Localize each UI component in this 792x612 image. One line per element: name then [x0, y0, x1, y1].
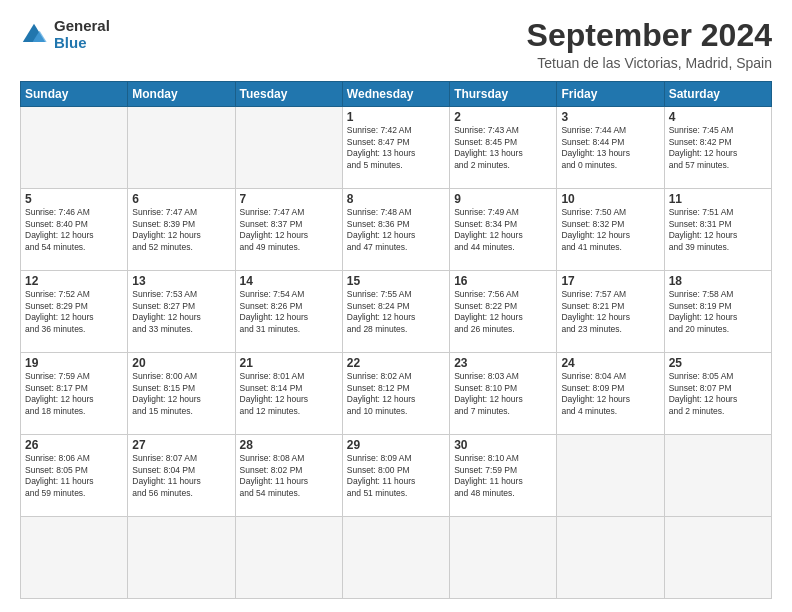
day-info: Sunrise: 7:55 AM Sunset: 8:24 PM Dayligh…	[347, 289, 445, 335]
table-row: 27Sunrise: 8:07 AM Sunset: 8:04 PM Dayli…	[128, 435, 235, 517]
day-info: Sunrise: 8:09 AM Sunset: 8:00 PM Dayligh…	[347, 453, 445, 499]
table-row: 5Sunrise: 7:46 AM Sunset: 8:40 PM Daylig…	[21, 189, 128, 271]
day-info: Sunrise: 7:45 AM Sunset: 8:42 PM Dayligh…	[669, 125, 767, 171]
day-number: 14	[240, 274, 338, 288]
day-info: Sunrise: 7:53 AM Sunset: 8:27 PM Dayligh…	[132, 289, 230, 335]
day-info: Sunrise: 7:44 AM Sunset: 8:44 PM Dayligh…	[561, 125, 659, 171]
day-info: Sunrise: 8:06 AM Sunset: 8:05 PM Dayligh…	[25, 453, 123, 499]
day-number: 26	[25, 438, 123, 452]
table-row	[557, 435, 664, 517]
day-number: 7	[240, 192, 338, 206]
day-info: Sunrise: 8:04 AM Sunset: 8:09 PM Dayligh…	[561, 371, 659, 417]
table-row: 24Sunrise: 8:04 AM Sunset: 8:09 PM Dayli…	[557, 353, 664, 435]
table-row	[235, 107, 342, 189]
day-info: Sunrise: 7:52 AM Sunset: 8:29 PM Dayligh…	[25, 289, 123, 335]
day-info: Sunrise: 7:54 AM Sunset: 8:26 PM Dayligh…	[240, 289, 338, 335]
day-number: 19	[25, 356, 123, 370]
day-info: Sunrise: 7:59 AM Sunset: 8:17 PM Dayligh…	[25, 371, 123, 417]
table-row: 28Sunrise: 8:08 AM Sunset: 8:02 PM Dayli…	[235, 435, 342, 517]
logo-blue: Blue	[54, 35, 110, 52]
day-number: 20	[132, 356, 230, 370]
table-row: 15Sunrise: 7:55 AM Sunset: 8:24 PM Dayli…	[342, 271, 449, 353]
header-thursday: Thursday	[450, 82, 557, 107]
day-number: 6	[132, 192, 230, 206]
day-info: Sunrise: 7:57 AM Sunset: 8:21 PM Dayligh…	[561, 289, 659, 335]
day-number: 21	[240, 356, 338, 370]
table-row: 12Sunrise: 7:52 AM Sunset: 8:29 PM Dayli…	[21, 271, 128, 353]
day-info: Sunrise: 7:46 AM Sunset: 8:40 PM Dayligh…	[25, 207, 123, 253]
table-row: 30Sunrise: 8:10 AM Sunset: 7:59 PM Dayli…	[450, 435, 557, 517]
table-row: 1Sunrise: 7:42 AM Sunset: 8:47 PM Daylig…	[342, 107, 449, 189]
day-number: 17	[561, 274, 659, 288]
table-row: 7Sunrise: 7:47 AM Sunset: 8:37 PM Daylig…	[235, 189, 342, 271]
day-number: 28	[240, 438, 338, 452]
day-number: 5	[25, 192, 123, 206]
day-number: 22	[347, 356, 445, 370]
table-row	[128, 107, 235, 189]
day-info: Sunrise: 8:02 AM Sunset: 8:12 PM Dayligh…	[347, 371, 445, 417]
day-number: 16	[454, 274, 552, 288]
table-row	[21, 517, 128, 599]
header-friday: Friday	[557, 82, 664, 107]
day-info: Sunrise: 7:42 AM Sunset: 8:47 PM Dayligh…	[347, 125, 445, 171]
day-number: 11	[669, 192, 767, 206]
calendar-week-row: 1Sunrise: 7:42 AM Sunset: 8:47 PM Daylig…	[21, 107, 772, 189]
calendar-table: Sunday Monday Tuesday Wednesday Thursday…	[20, 81, 772, 599]
table-row: 8Sunrise: 7:48 AM Sunset: 8:36 PM Daylig…	[342, 189, 449, 271]
day-info: Sunrise: 8:08 AM Sunset: 8:02 PM Dayligh…	[240, 453, 338, 499]
day-number: 23	[454, 356, 552, 370]
day-number: 12	[25, 274, 123, 288]
logo-text: General Blue	[54, 18, 110, 51]
day-info: Sunrise: 8:07 AM Sunset: 8:04 PM Dayligh…	[132, 453, 230, 499]
calendar-week-row: 26Sunrise: 8:06 AM Sunset: 8:05 PM Dayli…	[21, 435, 772, 517]
location-title: Tetuan de las Victorias, Madrid, Spain	[527, 55, 772, 71]
day-number: 25	[669, 356, 767, 370]
table-row: 17Sunrise: 7:57 AM Sunset: 8:21 PM Dayli…	[557, 271, 664, 353]
table-row: 13Sunrise: 7:53 AM Sunset: 8:27 PM Dayli…	[128, 271, 235, 353]
calendar-week-row: 12Sunrise: 7:52 AM Sunset: 8:29 PM Dayli…	[21, 271, 772, 353]
day-info: Sunrise: 8:00 AM Sunset: 8:15 PM Dayligh…	[132, 371, 230, 417]
header-tuesday: Tuesday	[235, 82, 342, 107]
logo-general: General	[54, 18, 110, 35]
day-info: Sunrise: 8:01 AM Sunset: 8:14 PM Dayligh…	[240, 371, 338, 417]
day-info: Sunrise: 7:48 AM Sunset: 8:36 PM Dayligh…	[347, 207, 445, 253]
header: General Blue September 2024 Tetuan de la…	[20, 18, 772, 71]
day-info: Sunrise: 7:50 AM Sunset: 8:32 PM Dayligh…	[561, 207, 659, 253]
table-row: 21Sunrise: 8:01 AM Sunset: 8:14 PM Dayli…	[235, 353, 342, 435]
table-row: 23Sunrise: 8:03 AM Sunset: 8:10 PM Dayli…	[450, 353, 557, 435]
table-row	[128, 517, 235, 599]
day-number: 1	[347, 110, 445, 124]
day-info: Sunrise: 7:43 AM Sunset: 8:45 PM Dayligh…	[454, 125, 552, 171]
day-info: Sunrise: 7:49 AM Sunset: 8:34 PM Dayligh…	[454, 207, 552, 253]
day-info: Sunrise: 7:47 AM Sunset: 8:39 PM Dayligh…	[132, 207, 230, 253]
day-info: Sunrise: 8:03 AM Sunset: 8:10 PM Dayligh…	[454, 371, 552, 417]
title-block: September 2024 Tetuan de las Victorias, …	[527, 18, 772, 71]
weekday-header-row: Sunday Monday Tuesday Wednesday Thursday…	[21, 82, 772, 107]
table-row	[664, 435, 771, 517]
table-row: 20Sunrise: 8:00 AM Sunset: 8:15 PM Dayli…	[128, 353, 235, 435]
day-info: Sunrise: 7:56 AM Sunset: 8:22 PM Dayligh…	[454, 289, 552, 335]
day-info: Sunrise: 7:51 AM Sunset: 8:31 PM Dayligh…	[669, 207, 767, 253]
table-row	[21, 107, 128, 189]
day-info: Sunrise: 7:47 AM Sunset: 8:37 PM Dayligh…	[240, 207, 338, 253]
table-row: 10Sunrise: 7:50 AM Sunset: 8:32 PM Dayli…	[557, 189, 664, 271]
logo-icon	[20, 21, 48, 49]
table-row: 25Sunrise: 8:05 AM Sunset: 8:07 PM Dayli…	[664, 353, 771, 435]
table-row: 19Sunrise: 7:59 AM Sunset: 8:17 PM Dayli…	[21, 353, 128, 435]
day-number: 27	[132, 438, 230, 452]
header-sunday: Sunday	[21, 82, 128, 107]
table-row: 9Sunrise: 7:49 AM Sunset: 8:34 PM Daylig…	[450, 189, 557, 271]
table-row: 11Sunrise: 7:51 AM Sunset: 8:31 PM Dayli…	[664, 189, 771, 271]
table-row: 2Sunrise: 7:43 AM Sunset: 8:45 PM Daylig…	[450, 107, 557, 189]
table-row: 6Sunrise: 7:47 AM Sunset: 8:39 PM Daylig…	[128, 189, 235, 271]
calendar-week-row	[21, 517, 772, 599]
day-number: 10	[561, 192, 659, 206]
table-row	[235, 517, 342, 599]
day-number: 2	[454, 110, 552, 124]
month-title: September 2024	[527, 18, 772, 53]
table-row: 18Sunrise: 7:58 AM Sunset: 8:19 PM Dayli…	[664, 271, 771, 353]
day-number: 15	[347, 274, 445, 288]
table-row: 29Sunrise: 8:09 AM Sunset: 8:00 PM Dayli…	[342, 435, 449, 517]
table-row	[557, 517, 664, 599]
logo: General Blue	[20, 18, 110, 51]
